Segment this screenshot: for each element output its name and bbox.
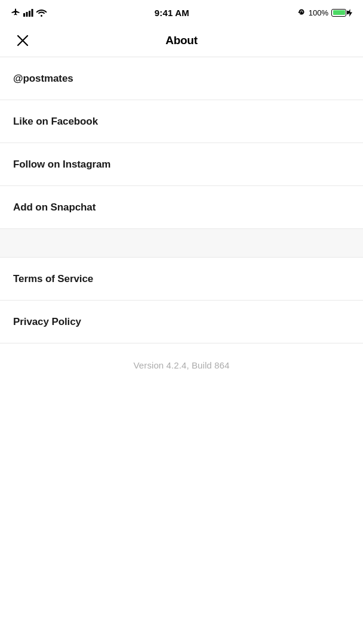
social-links-section: @postmates Like on Facebook Follow on In…	[0, 57, 363, 229]
snapchat-label: Add on Snapchat	[13, 202, 96, 213]
privacy-label: Privacy Policy	[13, 316, 81, 328]
list-item-instagram[interactable]: Follow on Instagram	[0, 143, 363, 186]
battery-pct-label: 100%	[309, 8, 328, 17]
airplane-icon	[11, 8, 20, 17]
nav-bar: About	[0, 24, 363, 57]
svg-rect-2	[29, 11, 30, 17]
battery-indicator	[331, 9, 352, 17]
status-bar: 9:41 AM 100%	[0, 0, 363, 24]
close-button[interactable]	[12, 30, 33, 51]
status-left	[11, 8, 47, 17]
svg-rect-3	[32, 9, 33, 17]
page-title: About	[165, 34, 197, 47]
status-time: 9:41 AM	[155, 8, 189, 18]
list-item-twitter[interactable]: @postmates	[0, 57, 363, 100]
version-info: Version 4.2.4, Build 864	[0, 343, 363, 382]
instagram-label: Follow on Instagram	[13, 159, 110, 171]
legal-links-section: Terms of Service Privacy Policy	[0, 258, 363, 343]
version-text: Version 4.2.4, Build 864	[134, 360, 230, 370]
section-gap	[0, 229, 363, 258]
list-item-snapchat[interactable]: Add on Snapchat	[0, 186, 363, 229]
status-right: 100%	[297, 8, 352, 17]
twitter-label: @postmates	[13, 73, 73, 85]
rotation-lock-icon	[297, 8, 306, 17]
signal-icon	[23, 9, 33, 17]
svg-rect-1	[26, 12, 28, 17]
svg-rect-0	[23, 13, 25, 17]
wifi-icon	[36, 9, 47, 17]
list-item-tos[interactable]: Terms of Service	[0, 258, 363, 301]
tos-label: Terms of Service	[13, 273, 93, 285]
list-item-privacy[interactable]: Privacy Policy	[0, 301, 363, 343]
facebook-label: Like on Facebook	[13, 116, 98, 128]
list-item-facebook[interactable]: Like on Facebook	[0, 100, 363, 143]
